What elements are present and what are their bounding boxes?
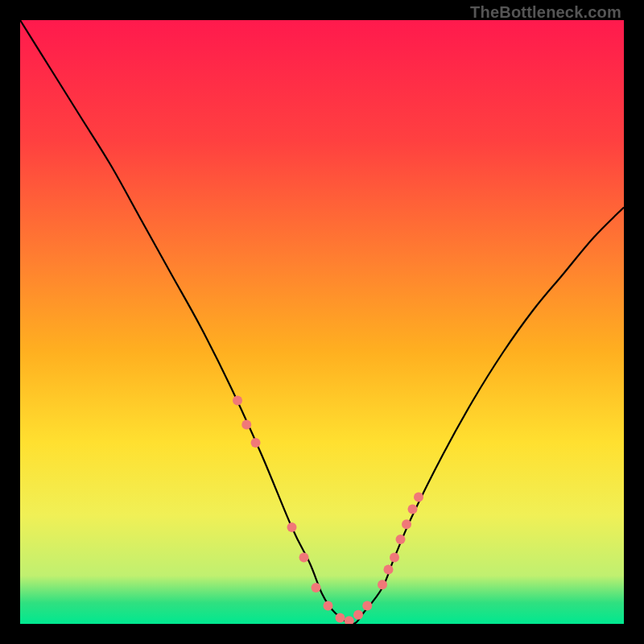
marker-dot	[336, 613, 345, 623]
marker-dot	[414, 493, 423, 502]
marker-dot	[251, 438, 261, 448]
chart-svg	[20, 20, 624, 624]
marker-dot	[353, 610, 363, 620]
chart-frame: TheBottleneck.com	[0, 0, 644, 644]
marker-dot	[378, 580, 387, 589]
marker-dot	[362, 601, 372, 611]
marker-dot	[384, 565, 394, 575]
marker-dot	[408, 505, 418, 514]
marker-dot	[287, 522, 297, 532]
marker-dot	[233, 396, 242, 406]
plot-area	[20, 20, 624, 624]
marker-dot	[299, 553, 309, 563]
marker-dot	[402, 519, 411, 529]
marker-dot	[324, 601, 333, 611]
marker-dot	[390, 553, 399, 563]
marker-dot	[312, 583, 321, 592]
marker-dot	[396, 535, 406, 544]
marker-dot	[242, 420, 251, 430]
watermark-text: TheBottleneck.com	[470, 3, 621, 22]
gradient-background	[20, 20, 624, 624]
